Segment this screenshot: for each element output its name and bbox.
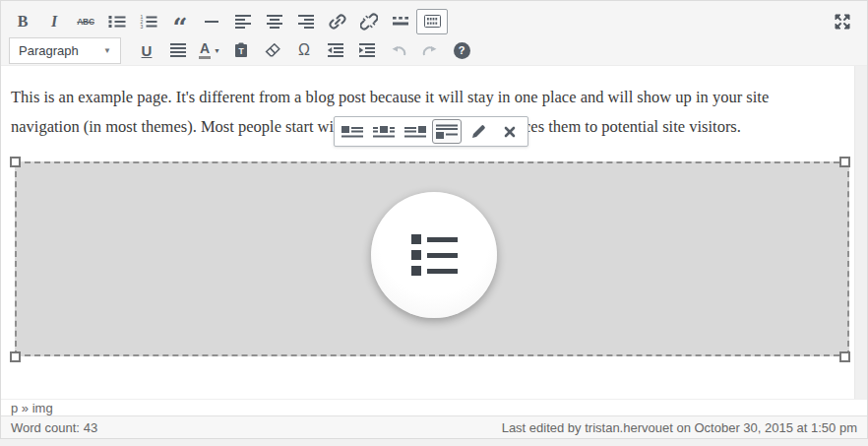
redo-icon [422,44,438,57]
align-right-button[interactable] [290,9,322,34]
image-align-center-button[interactable] [369,119,399,144]
align-center-icon [267,15,282,29]
word-count-value: 43 [84,420,97,435]
align-left-button[interactable] [227,9,259,34]
undo-button[interactable] [383,37,414,63]
clear-formatting-button[interactable] [257,37,288,63]
justify-icon [170,43,186,57]
read-more-icon [393,16,408,27]
text-color-icon: A [199,42,211,59]
chevron-down-icon: ▼ [214,47,220,54]
media-placeholder-button[interactable] [371,192,497,318]
blockquote-icon: “ [173,23,188,32]
horizontal-rule-button[interactable] [196,9,227,34]
indent-icon [359,43,375,57]
horizontal-rule-icon [205,20,218,24]
list-icon [411,234,458,276]
bold-icon: B [18,13,29,31]
align-center-button[interactable] [259,9,290,34]
redo-button[interactable] [414,37,446,63]
numbered-list-icon: 1 2 3 [140,15,157,29]
svg-text:T: T [238,46,244,56]
paragraph-text-line-1: This is an example page. It's different … [11,88,769,107]
read-more-button[interactable] [385,9,416,34]
underline-icon: U [142,42,153,59]
indent-button[interactable] [351,37,383,63]
blockquote-button[interactable]: “ [164,9,196,34]
outdent-button[interactable] [320,37,351,63]
outdent-icon [328,43,343,57]
editor-toolbar: B I ABC 1 2 3 “ [1,1,867,66]
bulleted-list-button[interactable] [101,9,133,34]
text-color-button[interactable]: A ▼ [194,37,225,63]
special-character-icon: Ω [298,41,310,59]
image-align-right-button[interactable] [401,119,430,144]
resize-handle-bottom-left[interactable] [10,351,21,362]
undo-icon [391,44,406,57]
bulleted-list-icon [108,15,126,29]
wysiwyg-editor: B I ABC 1 2 3 “ [0,0,868,439]
resize-handle-bottom-right[interactable] [839,351,850,362]
bold-button[interactable]: B [7,9,38,34]
image-edit-button[interactable] [464,119,493,144]
insert-link-button[interactable] [322,9,353,34]
remove-link-button[interactable] [353,9,385,34]
format-dropdown-value: Paragraph [19,43,79,58]
toolbar-toggle-icon [424,15,441,28]
link-icon [329,13,346,31]
pencil-icon [470,124,486,140]
image-align-none-button[interactable] [432,119,462,144]
toolbar-toggle-button[interactable] [416,9,448,34]
last-edited: Last edited by tristan.hervouet on Octob… [502,420,857,435]
image-align-left-button[interactable] [338,119,367,144]
distraction-free-button[interactable] [831,10,854,33]
image-align-center-icon [373,124,395,139]
special-character-button[interactable]: Ω [288,37,320,63]
chevron-down-icon: ▼ [103,46,111,55]
strikethrough-button[interactable]: ABC [70,9,101,34]
element-path[interactable]: p » img [11,401,53,415]
element-path-bar: p » img [1,399,867,415]
word-count: Word count:43 [11,420,97,435]
italic-icon: I [51,13,57,31]
strikethrough-icon: ABC [77,17,94,27]
toolbar-row-1: B I ABC 1 2 3 “ [1,1,867,35]
toolbar-row-2: Paragraph ▼ U A ▼ T [1,35,867,65]
italic-button[interactable]: I [38,9,70,34]
align-left-icon [235,15,251,29]
image-align-right-icon [404,124,426,139]
underline-button[interactable]: U [131,37,162,63]
image-align-none-icon [436,124,458,139]
fullscreen-expand-icon [833,12,852,32]
resize-handle-top-left[interactable] [10,157,21,167]
close-icon [504,126,516,138]
image-align-left-icon [341,124,363,139]
eraser-icon [265,43,281,57]
help-button[interactable]: ? [446,37,477,63]
content-right-gutter [854,66,867,399]
paste-as-text-icon: T [234,42,248,58]
align-right-icon [298,15,314,29]
paste-as-text-button[interactable]: T [225,37,257,63]
unlink-icon [360,13,378,31]
image-toolbar [334,116,528,147]
resize-handle-top-right[interactable] [839,157,850,167]
help-icon: ? [454,42,470,59]
numbered-list-button[interactable]: 1 2 3 [133,9,164,34]
word-count-label: Word count: [11,420,80,435]
post-status-bar: Word count:43 Last edited by tristan.her… [1,415,867,438]
svg-text:3: 3 [141,23,144,28]
image-remove-button[interactable] [495,119,525,144]
editor-canvas[interactable]: This is an example page. It's different … [1,66,867,399]
format-dropdown[interactable]: Paragraph ▼ [9,37,121,64]
